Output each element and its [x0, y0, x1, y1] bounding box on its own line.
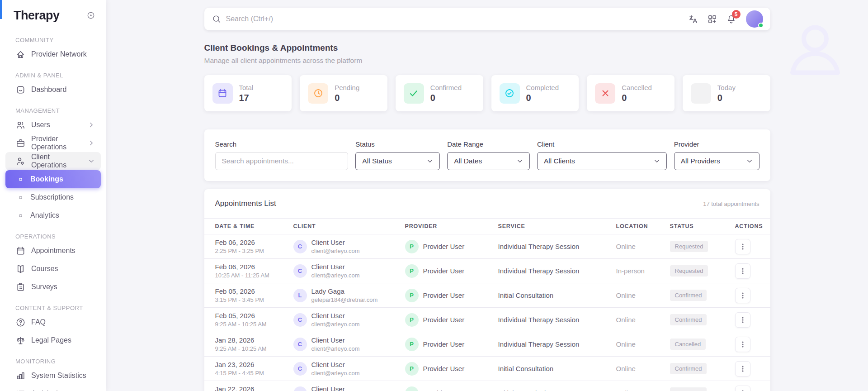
sidebar-item-provider-network[interactable]: Provider Network	[5, 45, 101, 63]
dots-vertical-icon	[739, 316, 747, 324]
client-name: Lady Gaga	[311, 287, 378, 295]
stat-label: Today	[717, 84, 736, 91]
sidebar-item-analytics[interactable]: Analytics	[5, 206, 101, 224]
row-actions-button[interactable]	[735, 239, 750, 254]
appointments-search-input[interactable]	[215, 152, 349, 170]
app-logo: Therapy	[14, 9, 60, 23]
appointment-time: 2:25 PM - 3:25 PM	[215, 248, 284, 254]
sidebar-item-subscriptions[interactable]: Subscriptions	[5, 188, 101, 206]
empty-icon	[691, 83, 711, 104]
sidebar-item-dashboard[interactable]: Dashboard	[5, 81, 101, 99]
provider-filter-select[interactable]: All Providers	[674, 152, 760, 170]
appointment-time: 9:25 AM - 10:25 AM	[215, 321, 284, 328]
sidebar-item-legal-pages[interactable]: Legal Pages	[5, 331, 101, 349]
provider-avatar: P	[405, 240, 419, 253]
client-avatar: L	[293, 289, 307, 302]
stat-card-today: Today 0	[683, 75, 770, 111]
shortcuts-button[interactable]	[704, 11, 721, 27]
topbar: 5	[204, 8, 770, 30]
sidebar-item-client-operations[interactable]: Client Operations	[5, 152, 101, 170]
service-name: Individual Therapy Session	[498, 316, 580, 324]
location: Online	[616, 389, 636, 391]
sidebar-item-users[interactable]: Users	[5, 116, 101, 134]
row-actions-button[interactable]	[735, 312, 750, 328]
location: Online	[616, 316, 636, 324]
stat-value: 0	[526, 93, 559, 103]
client-name: Client User	[311, 312, 360, 319]
provider-name: Provider User	[423, 340, 465, 348]
provider-avatar: P	[405, 338, 419, 351]
notification-badge: 5	[732, 10, 741, 19]
column-header-client: Client	[289, 219, 401, 234]
client-email: gelepar184@dretnar.com	[311, 296, 378, 303]
chevron-down-icon	[87, 157, 95, 165]
dots-vertical-icon	[739, 340, 747, 348]
stat-value: 0	[717, 93, 736, 103]
client-email: client@arleyo.com	[311, 272, 360, 279]
sidebar-section-label: OPERATIONS	[15, 233, 101, 240]
dots-vertical-icon	[739, 291, 747, 300]
list-icon	[15, 389, 26, 391]
scale-icon	[15, 335, 26, 346]
client-name: Client User	[311, 238, 360, 246]
stat-label: Pending	[335, 84, 359, 91]
status-filter-select[interactable]: All Status	[355, 152, 440, 170]
bullet-icon	[18, 195, 24, 200]
calendar-icon	[217, 88, 228, 99]
stat-card-confirmed: Confirmed 0	[396, 75, 483, 111]
language-button[interactable]	[685, 11, 702, 27]
sidebar-item-courses[interactable]: Courses	[5, 260, 101, 278]
date-range-filter-select[interactable]: All Dates	[447, 152, 530, 170]
global-search-input[interactable]	[226, 15, 681, 23]
sidebar-accent-bar	[0, 0, 2, 19]
dots-vertical-icon	[739, 267, 747, 275]
stat-card-completed: Completed 0	[491, 75, 579, 111]
x-icon	[600, 88, 611, 99]
provider-name: Provider User	[423, 291, 465, 299]
online-status-dot	[758, 23, 764, 28]
provider-name: Provider User	[423, 316, 465, 324]
appointment-time: 3:15 PM - 3:45 PM	[215, 296, 284, 303]
row-actions-button[interactable]	[735, 263, 750, 279]
status-badge: Requested	[670, 265, 708, 277]
sidebar-item-provider-operations[interactable]: Provider Operations	[5, 134, 101, 152]
sidebar-item-faq[interactable]: FAQ	[5, 313, 101, 331]
notifications-button[interactable]: 5	[723, 11, 740, 27]
provider-filter-value: All Providers	[681, 157, 720, 165]
sidebar-item-system-statistics[interactable]: System Statistics	[5, 367, 101, 385]
user-avatar[interactable]	[746, 10, 763, 28]
appointment-time: 9:25 AM - 10:25 AM	[215, 345, 284, 352]
chevron-right-icon	[87, 139, 95, 147]
service-name: Initial Consultation	[498, 365, 554, 372]
table-row: Jan 22, 2026 4:15 PM - 4:45 PM C Client …	[204, 381, 770, 391]
stat-card-total: Total 17	[204, 75, 292, 111]
client-filter-select[interactable]: All Clients	[537, 152, 667, 170]
filter-label-status: Status	[355, 140, 440, 148]
client-avatar: C	[293, 240, 307, 253]
row-actions-button[interactable]	[735, 361, 750, 377]
appointment-date: Feb 05, 2026	[215, 312, 284, 319]
appointments-list-title: Appointments List	[215, 199, 276, 208]
sidebar-item-appointments[interactable]: Appointments	[5, 242, 101, 260]
filter-label-date-range: Date Range	[447, 140, 530, 148]
column-header-service: Service	[494, 219, 612, 234]
client-name: Client User	[311, 361, 360, 368]
status-badge: Confirmed	[670, 387, 707, 391]
person-icon	[747, 12, 868, 80]
client-avatar: C	[293, 264, 307, 278]
sidebar-pin-icon[interactable]	[86, 11, 95, 20]
sidebar-item-activity-logs[interactable]: Activity Logs	[5, 385, 101, 391]
row-actions-button[interactable]	[735, 337, 750, 352]
location: Online	[616, 291, 636, 299]
provider-avatar: P	[405, 289, 419, 302]
sidebar-item-bookings[interactable]: Bookings	[5, 170, 101, 188]
table-row: Jan 28, 2026 9:25 AM - 10:25 AM C Client…	[204, 332, 770, 357]
stat-label: Completed	[526, 84, 559, 91]
table-row: Jan 23, 2026 4:15 PM - 4:45 PM C Client …	[204, 357, 770, 381]
stat-label: Confirmed	[430, 84, 462, 91]
appointment-date: Jan 23, 2026	[215, 361, 284, 368]
row-actions-button[interactable]	[735, 386, 750, 391]
client-name: Client User	[311, 336, 360, 344]
sidebar-item-surveys[interactable]: Surveys	[5, 278, 101, 296]
row-actions-button[interactable]	[735, 288, 750, 303]
